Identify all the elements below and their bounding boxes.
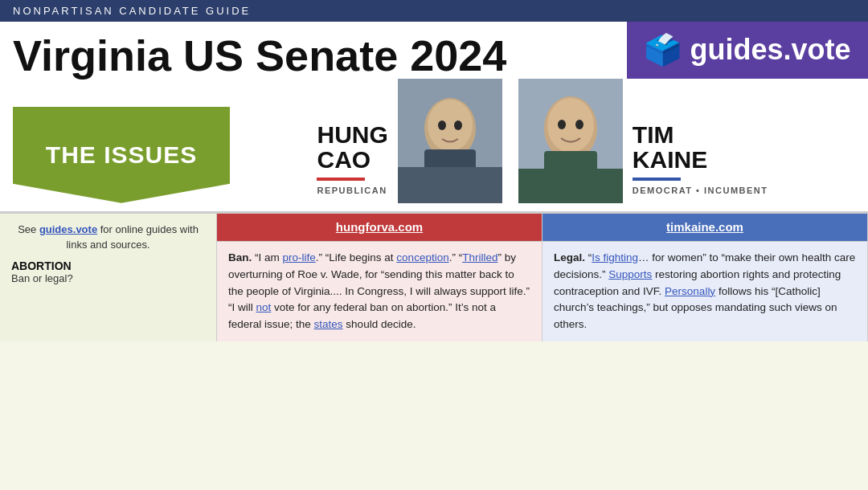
- candidate-name-block-hung: HUNG CAO REPUBLICAN: [317, 122, 387, 203]
- tim-link-personally[interactable]: Personally: [665, 285, 715, 297]
- svg-rect-6: [398, 167, 502, 203]
- tim-website-link[interactable]: timkaine.com: [666, 220, 743, 234]
- page-title: Virginia US Senate 2024: [13, 33, 614, 79]
- tim-kaine-column: timkaine.com Legal. “Is fighting… for wo…: [542, 214, 868, 342]
- candidates-area: THE ISSUES HUNG CAO REPUBLICAN: [0, 79, 868, 211]
- svg-point-5: [454, 120, 462, 130]
- ballot-icon: 🗳️: [644, 32, 682, 67]
- bottom-left-cell: See guides.vote for online guides with l…: [0, 214, 217, 342]
- candidate-photo-tim: [518, 79, 623, 203]
- tim-stance-label: Legal.: [554, 251, 585, 263]
- hung-link-thrilled[interactable]: Thrilled: [462, 251, 497, 263]
- tim-position: Legal. “Is fighting… for women” to “make…: [542, 242, 868, 342]
- svg-point-9: [547, 98, 594, 153]
- bottom-grid: See guides.vote for online guides with l…: [0, 212, 868, 342]
- guides-vote-link[interactable]: guides.vote: [39, 223, 97, 235]
- tim-website-bar: timkaine.com: [542, 214, 868, 242]
- banner-text: NONPARTISAN CANDIDATE GUIDE: [13, 5, 251, 17]
- candidate-first-tim: TIM: [633, 122, 768, 148]
- hung-link-not[interactable]: not: [256, 301, 272, 313]
- candidate-last-hung: CAO: [317, 147, 387, 173]
- hung-link-states[interactable]: states: [314, 318, 343, 330]
- candidate-name-block-tim: TIM KAINE DEMOCRAT • INCUMBENT: [633, 122, 768, 203]
- hung-text3: .” “: [449, 251, 463, 263]
- hung-text1: “I am: [252, 251, 282, 263]
- democrat-party-line: [633, 178, 681, 181]
- top-banner: NONPARTISAN CANDIDATE GUIDE: [0, 0, 868, 22]
- svg-point-12: [575, 120, 583, 129]
- svg-point-4: [438, 120, 446, 130]
- candidate-party-hung: REPUBLICAN: [317, 186, 387, 195]
- hung-link-conception[interactable]: conception: [396, 251, 448, 263]
- republican-party-line: [317, 178, 365, 181]
- issues-label: THE ISSUES: [46, 141, 197, 169]
- logo-section: 🗳️ guides.vote: [627, 22, 868, 79]
- logo-text: guides.vote: [690, 33, 850, 67]
- tim-face-svg: [518, 79, 623, 203]
- svg-point-2: [428, 100, 473, 151]
- tim-link-fighting[interactable]: Is fighting: [592, 251, 638, 263]
- candidates-pair: HUNG CAO REPUBLICAN: [230, 79, 855, 203]
- issues-box: THE ISSUES: [13, 107, 230, 203]
- title-section: Virginia US Senate 2024: [0, 22, 627, 79]
- hung-position: Ban. “I am pro-life.” “Life begins at co…: [217, 242, 542, 342]
- hung-face-svg: [398, 79, 502, 203]
- hung-text6: should decide.: [343, 318, 416, 330]
- candidate-tim-kaine: TIM KAINE DEMOCRAT • INCUMBENT: [518, 79, 768, 203]
- hung-stance-label: Ban.: [228, 251, 252, 263]
- header-section: Virginia US Senate 2024 🗳️ guides.vote: [0, 22, 868, 79]
- candidate-first-hung: HUNG: [317, 122, 387, 148]
- see-text: See: [18, 223, 39, 235]
- candidate-photo-hung: [398, 79, 502, 203]
- hung-link-prolife[interactable]: pro-life: [283, 251, 316, 263]
- candidate-hung-cao: HUNG CAO REPUBLICAN: [317, 79, 502, 203]
- issue-sublabel: Ban or legal?: [11, 272, 205, 284]
- svg-point-11: [558, 120, 566, 129]
- hung-cao-column: hungforva.com Ban. “I am pro-life.” “Lif…: [217, 214, 542, 342]
- see-guides-text: See guides.vote for online guides with l…: [11, 222, 205, 253]
- candidate-last-tim: KAINE: [633, 147, 768, 173]
- candidate-party-tim: DEMOCRAT • INCUMBENT: [633, 186, 768, 195]
- hung-text2: .” “Life begins at: [316, 251, 397, 263]
- svg-rect-13: [518, 169, 623, 203]
- hung-website-link[interactable]: hungforva.com: [336, 220, 423, 234]
- tim-link-supports[interactable]: Supports: [608, 268, 652, 280]
- issue-label: ABORTION: [11, 259, 205, 272]
- hung-website-bar: hungforva.com: [217, 214, 542, 242]
